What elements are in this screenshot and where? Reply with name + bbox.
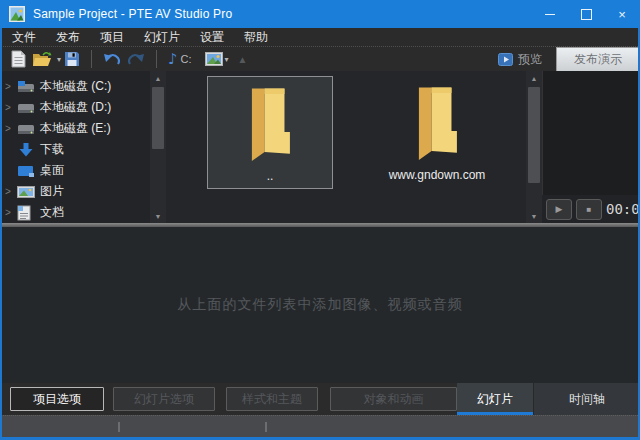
time-display: 00:00:00.000 (606, 201, 640, 217)
minimize-icon (545, 14, 555, 15)
tab-slides[interactable]: 幻灯片 (457, 383, 533, 415)
publish-show-button[interactable]: 发布演示 (556, 47, 640, 72)
audio-drive-label: C: (181, 53, 192, 65)
folder-tree: > 本地磁盘 (C:) > 本地磁盘 (D:) > (0, 71, 150, 223)
bottom-bar: 项目选项 幻灯片选项 样式和主题 对象和动画 幻灯片 时间轴 (0, 383, 640, 415)
collapse-panel-icon[interactable]: ▲ (238, 54, 248, 65)
status-separator (118, 422, 120, 432)
maximize-button[interactable] (568, 0, 604, 28)
file-item-parent-folder[interactable]: .. (207, 76, 333, 189)
file-item-label: .. (267, 169, 274, 183)
upper-panes: > 本地磁盘 (C:) > 本地磁盘 (D:) > (0, 71, 640, 223)
toolbar-separator (156, 50, 157, 68)
redo-icon (127, 52, 145, 67)
preview-transport: ▶ ■ 00:00:00.000 (542, 195, 640, 223)
window-controls: × (532, 0, 640, 28)
tree-item-label[interactable]: 桌面 (40, 162, 64, 179)
app-icon (9, 6, 25, 22)
title-bar[interactable]: Sample Project - PTE AV Studio Pro × (0, 0, 640, 28)
open-dropdown-caret-icon[interactable]: ▾ (57, 55, 61, 64)
empty-slides-message: 从上面的文件列表中添加图像、视频或音频 (178, 296, 463, 314)
tab-timeline[interactable]: 时间轴 (534, 383, 640, 415)
stop-button[interactable]: ■ (576, 199, 602, 220)
file-item-label: www.gndown.com (389, 168, 486, 182)
toolbar: ▾ ♪ C: (0, 46, 640, 71)
menu-publish[interactable]: 发布 (46, 28, 90, 46)
scroll-down-icon[interactable]: ▼ (150, 209, 166, 223)
maximize-icon (581, 9, 592, 20)
play-button[interactable]: ▶ (546, 199, 572, 220)
slide-list-panel[interactable]: 从上面的文件列表中添加图像、视频或音频 (0, 227, 640, 383)
download-icon (17, 142, 35, 158)
preview-icon (498, 53, 513, 66)
sidebar-item-documents[interactable]: > 文档 (0, 202, 150, 223)
folder-icon (244, 85, 296, 161)
status-separator (265, 422, 267, 432)
sidebar-item-drive-e[interactable]: > 本地磁盘 (E:) (0, 118, 150, 139)
sidebar-item-drive-d[interactable]: > 本地磁盘 (D:) (0, 97, 150, 118)
save-icon (64, 51, 80, 67)
preview-control[interactable]: 预览 (498, 51, 542, 68)
preview-stage (542, 71, 640, 195)
close-icon: × (618, 7, 626, 22)
menu-settings[interactable]: 设置 (190, 28, 234, 46)
tree-scrollbar[interactable]: ▲ ▼ (150, 71, 166, 223)
sidebar-item-drive-c[interactable]: > 本地磁盘 (C:) (0, 76, 150, 97)
add-image-button[interactable]: ▾ (205, 48, 229, 70)
expand-chevron-icon[interactable]: > (5, 81, 17, 92)
file-item-folder[interactable]: www.gndown.com (367, 76, 507, 189)
tab-label: 时间轴 (569, 391, 605, 408)
tree-scrollbar-thumb[interactable] (152, 87, 164, 149)
app-window: Sample Project - PTE AV Studio Pro × 文件 … (0, 0, 640, 440)
tree-item-label[interactable]: 文档 (40, 204, 64, 221)
tree-item-label[interactable]: 下载 (40, 141, 64, 158)
menu-bar: 文件 发布 项目 幻灯片 设置 帮助 (0, 28, 640, 46)
undo-button[interactable] (103, 48, 121, 70)
save-button[interactable] (64, 48, 80, 70)
close-button[interactable]: × (604, 0, 640, 28)
sidebar-item-desktop[interactable]: 桌面 (0, 160, 150, 181)
add-audio-button[interactable]: ♪ C: (168, 48, 192, 70)
scroll-up-icon[interactable]: ▲ (526, 71, 542, 85)
minimize-button[interactable] (532, 0, 568, 28)
documents-icon (17, 205, 31, 221)
play-icon: ▶ (556, 204, 563, 214)
menu-help[interactable]: 帮助 (234, 28, 278, 46)
tree-item-label[interactable]: 图片 (40, 183, 64, 200)
project-options-button[interactable]: 项目选项 (10, 387, 104, 411)
stop-icon: ■ (587, 205, 592, 214)
expand-chevron-icon[interactable]: > (5, 102, 17, 113)
drive-icon (17, 101, 35, 115)
expand-chevron-icon[interactable]: > (5, 186, 17, 197)
open-project-button[interactable] (32, 48, 52, 70)
toolbar-separator (91, 50, 92, 68)
sidebar-item-pictures[interactable]: > 图片 (0, 181, 150, 202)
music-note-icon: ♪ (168, 50, 178, 68)
preview-label: 预览 (518, 51, 542, 68)
expand-chevron-icon[interactable]: > (5, 207, 17, 218)
tree-item-label[interactable]: 本地磁盘 (C:) (40, 78, 111, 95)
new-document-icon (11, 50, 26, 68)
window-title: Sample Project - PTE AV Studio Pro (33, 7, 232, 21)
tree-item-label[interactable]: 本地磁盘 (D:) (40, 99, 111, 116)
file-browser[interactable]: .. www.gndown.com (166, 71, 526, 223)
scroll-down-icon[interactable]: ▼ (526, 209, 542, 223)
objects-animation-button: 对象和动画 (330, 387, 457, 411)
menu-project[interactable]: 项目 (90, 28, 134, 46)
styles-themes-button: 样式和主题 (226, 387, 318, 411)
menu-slide[interactable]: 幻灯片 (134, 28, 190, 46)
sidebar-item-downloads[interactable]: 下载 (0, 139, 150, 160)
menu-file[interactable]: 文件 (2, 28, 46, 46)
image-dropdown-caret-icon[interactable]: ▾ (225, 55, 229, 64)
folder-icon (411, 84, 463, 160)
scroll-up-icon[interactable]: ▲ (150, 71, 166, 85)
new-project-button[interactable] (11, 48, 26, 70)
tree-item-label[interactable]: 本地磁盘 (E:) (40, 120, 111, 137)
view-tabstrip: 幻灯片 时间轴 (457, 383, 640, 415)
redo-button[interactable] (127, 48, 145, 70)
file-scrollbar-thumb[interactable] (528, 87, 540, 183)
tab-label: 幻灯片 (477, 391, 513, 408)
desktop-icon (17, 164, 35, 178)
expand-chevron-icon[interactable]: > (5, 123, 17, 134)
file-scrollbar[interactable]: ▲ ▼ (526, 71, 542, 223)
